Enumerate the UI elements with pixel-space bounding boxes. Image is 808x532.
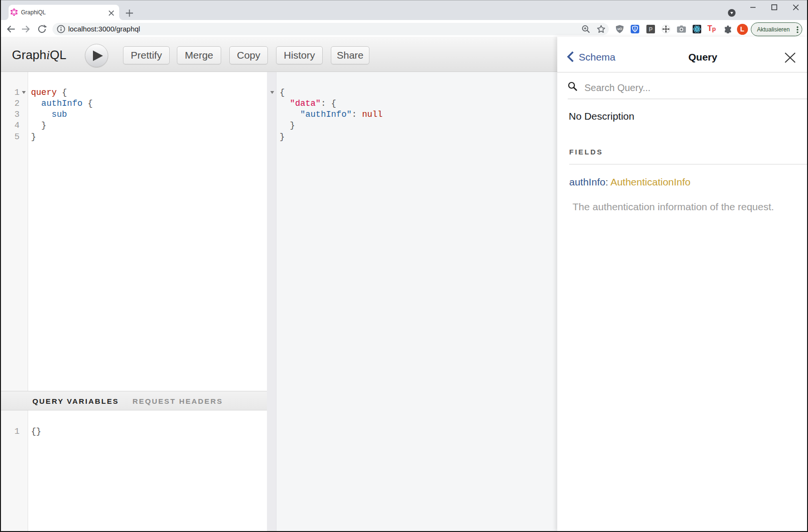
svg-text:uO: uO xyxy=(617,27,622,31)
svg-text:P: P xyxy=(649,26,653,33)
